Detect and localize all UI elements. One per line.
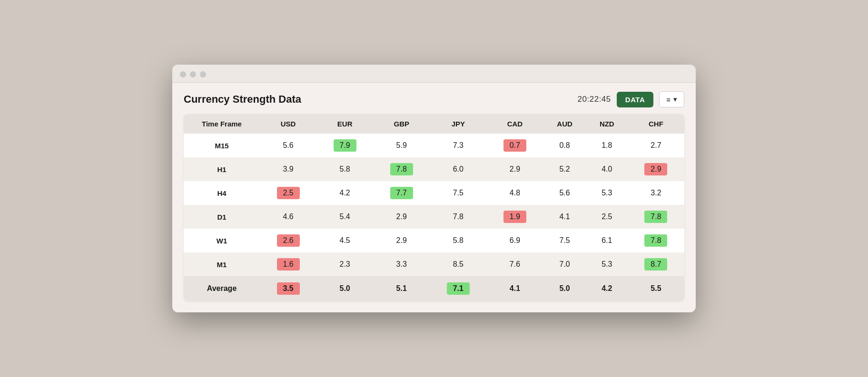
cell-value: 3.9: [260, 157, 316, 181]
cell-value: 0.8: [543, 134, 586, 157]
average-cell: 4.2: [586, 276, 628, 301]
maximize-button[interactable]: [200, 71, 206, 77]
cell-value: 3.2: [628, 181, 684, 205]
cell-value: 7.8: [373, 157, 430, 181]
close-button[interactable]: [180, 71, 186, 77]
title-bar: [172, 65, 696, 83]
cell-value: 6.9: [486, 229, 543, 252]
header-controls: 20:22:45 DATA ≡ ▾: [578, 91, 684, 107]
cell-value: 8.5: [430, 252, 486, 276]
average-cell: 5.1: [373, 276, 430, 301]
cell-value: 3.3: [373, 252, 430, 276]
cell-value: 4.2: [316, 181, 373, 205]
col-header-chf: CHF: [628, 114, 684, 134]
cell-value: 5.6: [260, 134, 316, 157]
cell-value: 7.0: [543, 252, 586, 276]
col-header-usd: USD: [260, 114, 316, 134]
data-button[interactable]: DATA: [617, 92, 653, 107]
average-cell: 4.1: [486, 276, 543, 301]
menu-button[interactable]: ≡ ▾: [659, 91, 684, 107]
col-header-eur: EUR: [316, 114, 373, 134]
cell-value: 1.9: [486, 205, 543, 229]
col-header-jpy: JPY: [430, 114, 486, 134]
cell-value: 4.0: [586, 157, 628, 181]
cell-value: 5.8: [316, 157, 373, 181]
cell-value: 5.9: [373, 134, 430, 157]
cell-value: 7.8: [430, 205, 486, 229]
cell-value: 2.9: [373, 229, 430, 252]
table-container: Time Frame USD EUR GBP JPY CAD AUD NZD C…: [172, 114, 696, 312]
cell-value: 7.3: [430, 134, 486, 157]
row-label: W1: [184, 229, 260, 252]
col-header-cad: CAD: [486, 114, 543, 134]
row-label: M15: [184, 134, 260, 157]
cell-value: 5.3: [586, 181, 628, 205]
average-cell: 5.5: [628, 276, 684, 301]
cell-value: 2.9: [628, 157, 684, 181]
cell-value: 6.1: [586, 229, 628, 252]
cell-value: 6.0: [430, 157, 486, 181]
col-header-gbp: GBP: [373, 114, 430, 134]
average-cell: 3.5: [260, 276, 316, 301]
app-title: Currency Strength Data: [184, 93, 301, 106]
average-label: Average: [184, 276, 260, 301]
cell-value: 8.7: [628, 252, 684, 276]
table-row: H42.54.27.77.54.85.65.33.2: [184, 181, 684, 205]
cell-value: 4.1: [543, 205, 586, 229]
average-cell: 5.0: [543, 276, 586, 301]
cell-value: 2.3: [316, 252, 373, 276]
cell-value: 7.8: [628, 205, 684, 229]
cell-value: 2.9: [486, 157, 543, 181]
clock-display: 20:22:45: [578, 95, 611, 104]
cell-value: 7.5: [430, 181, 486, 205]
cell-value: 2.9: [373, 205, 430, 229]
cell-value: 4.5: [316, 229, 373, 252]
cell-value: 5.8: [430, 229, 486, 252]
cell-value: 1.6: [260, 252, 316, 276]
table-row: D14.65.42.97.81.94.12.57.8: [184, 205, 684, 229]
chevron-down-icon: ▾: [673, 95, 677, 104]
table-row: M11.62.33.38.57.67.05.38.7: [184, 252, 684, 276]
app-window: Currency Strength Data 20:22:45 DATA ≡ ▾…: [172, 65, 696, 312]
table-row: W12.64.52.95.86.97.56.17.8: [184, 229, 684, 252]
cell-value: 7.9: [316, 134, 373, 157]
cell-value: 5.3: [586, 252, 628, 276]
average-cell: 5.0: [316, 276, 373, 301]
col-header-timeframe: Time Frame: [184, 114, 260, 134]
header: Currency Strength Data 20:22:45 DATA ≡ ▾: [172, 83, 696, 114]
cell-value: 5.6: [543, 181, 586, 205]
cell-value: 1.8: [586, 134, 628, 157]
cell-value: 2.5: [586, 205, 628, 229]
row-label: H4: [184, 181, 260, 205]
table-header-row: Time Frame USD EUR GBP JPY CAD AUD NZD C…: [184, 114, 684, 134]
cell-value: 4.8: [486, 181, 543, 205]
average-row: Average3.55.05.17.14.15.04.25.5: [184, 276, 684, 301]
cell-value: 0.7: [486, 134, 543, 157]
cell-value: 5.2: [543, 157, 586, 181]
table-row: H13.95.87.86.02.95.24.02.9: [184, 157, 684, 181]
col-header-nzd: NZD: [586, 114, 628, 134]
cell-value: 2.6: [260, 229, 316, 252]
table-row: M155.67.95.97.30.70.81.82.7: [184, 134, 684, 157]
cell-value: 2.5: [260, 181, 316, 205]
cell-value: 4.6: [260, 205, 316, 229]
cell-value: 7.5: [543, 229, 586, 252]
cell-value: 7.6: [486, 252, 543, 276]
average-cell: 7.1: [430, 276, 486, 301]
cell-value: 7.7: [373, 181, 430, 205]
minimize-button[interactable]: [190, 71, 196, 77]
col-header-aud: AUD: [543, 114, 586, 134]
hamburger-icon: ≡: [666, 96, 671, 104]
row-label: H1: [184, 157, 260, 181]
cell-value: 5.4: [316, 205, 373, 229]
currency-table: Time Frame USD EUR GBP JPY CAD AUD NZD C…: [184, 114, 684, 301]
cell-value: 7.8: [628, 229, 684, 252]
row-label: D1: [184, 205, 260, 229]
row-label: M1: [184, 252, 260, 276]
cell-value: 2.7: [628, 134, 684, 157]
